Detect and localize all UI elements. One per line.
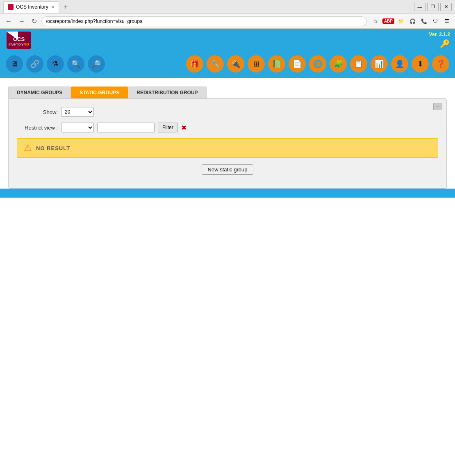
book-icon[interactable]: 📗 xyxy=(268,55,285,73)
tab-static-groups[interactable]: STATIC GROUPS xyxy=(71,87,128,98)
minimize-button[interactable]: — xyxy=(414,3,425,11)
logo-inventory: inventoryNG xyxy=(9,42,29,46)
content-area: DYNAMIC GROUPS STATIC GROUPS REDISTRIBUT… xyxy=(0,78,455,189)
new-static-group-button[interactable]: New static group xyxy=(202,164,254,175)
page-icon[interactable]: 📋 xyxy=(350,55,367,73)
gift-icon[interactable]: 🎁 xyxy=(186,55,203,73)
browser-tab[interactable]: OCS Inventory ✕ xyxy=(3,1,59,13)
panel-collapse-button[interactable]: − xyxy=(433,103,442,110)
magnify-icon[interactable]: 🔎 xyxy=(88,55,105,73)
logo-ng: NG xyxy=(24,42,30,46)
panel: − Show: 20 10 50 100 Restrict view : Fil… xyxy=(8,98,447,189)
browser-titlebar: OCS Inventory ✕ + — ❐ ✕ xyxy=(0,0,455,14)
close-button[interactable]: ✕ xyxy=(440,3,452,11)
tab-favicon xyxy=(8,4,14,10)
restrict-label: Restrict view : xyxy=(17,125,58,131)
tab-close-btn[interactable]: ✕ xyxy=(51,5,55,10)
new-group-row: New static group xyxy=(17,164,438,175)
tab-title: OCS Inventory xyxy=(16,4,48,10)
globe-icon[interactable]: 🌐 xyxy=(309,55,326,73)
restrict-view-row: Restrict view : Filter ✖ xyxy=(17,123,438,132)
back-button[interactable]: ← xyxy=(3,17,14,26)
tab-dynamic-groups[interactable]: DYNAMIC GROUPS xyxy=(8,87,71,98)
address-bar[interactable] xyxy=(41,16,367,26)
app-toolbar: 🖥 🔗 ⚗ 🔍 🔎 🎁 🔧 🔌 ⊞ 📗 📄 🌐 🧩 📋 📊 👤 ⬇ ❓ xyxy=(0,51,455,78)
menu-button[interactable]: ☰ xyxy=(442,16,452,26)
security-icon[interactable]: 🛡 xyxy=(430,16,440,26)
ethernet-icon[interactable]: 🔌 xyxy=(227,55,244,73)
forward-button[interactable]: → xyxy=(16,17,27,26)
maximize-button[interactable]: ❐ xyxy=(427,3,439,11)
window-controls: — ❐ ✕ xyxy=(414,3,452,11)
tab-row: DYNAMIC GROUPS STATIC GROUPS REDISTRIBUT… xyxy=(8,87,447,98)
show-row: Show: 20 10 50 100 xyxy=(17,107,438,117)
filter-icon[interactable]: ⚗ xyxy=(47,55,64,73)
abp-badge: ABP xyxy=(382,18,394,24)
chart-icon[interactable]: 📊 xyxy=(371,55,388,73)
bookmark-icon[interactable]: ☆ xyxy=(371,16,381,26)
headphones-icon[interactable]: 🎧 xyxy=(407,16,417,26)
address-bar-icons: ☆ ABP 📁 🎧 📞 🛡 ☰ xyxy=(371,16,452,26)
footer-bar xyxy=(0,189,455,198)
new-tab-button[interactable]: + xyxy=(61,2,70,11)
header-right: Ver. 2.1.2 🔑 xyxy=(429,32,450,49)
key-icon: 🔑 xyxy=(440,39,450,49)
search-icon[interactable]: 🔍 xyxy=(67,55,84,73)
phone-icon[interactable]: 📞 xyxy=(419,16,429,26)
network-devices-icon[interactable]: 🔗 xyxy=(26,55,43,73)
grid-icon[interactable]: ⊞ xyxy=(248,55,265,73)
bottom-area xyxy=(0,198,455,444)
report-icon[interactable]: 📄 xyxy=(289,55,306,73)
show-label: Show: xyxy=(17,109,58,115)
browser-addressbar: ← → ↻ ☆ ABP 📁 🎧 📞 🛡 ☰ xyxy=(0,14,455,29)
help-icon[interactable]: ❓ xyxy=(432,55,449,73)
clear-filter-icon[interactable]: ✖ xyxy=(181,124,187,132)
user-icon[interactable]: 👤 xyxy=(391,55,408,73)
computers-icon[interactable]: 🖥 xyxy=(6,55,23,73)
app-header: OCS inventoryNG Ver. 2.1.2 🔑 xyxy=(0,29,455,51)
filter-button[interactable]: Filter xyxy=(158,123,178,132)
tools-icon[interactable]: 🔧 xyxy=(207,55,224,73)
show-select[interactable]: 20 10 50 100 xyxy=(61,107,94,117)
restrict-select[interactable] xyxy=(61,123,94,132)
download-icon[interactable]: ⬇ xyxy=(412,55,429,73)
version-text: Ver. 2.1.2 xyxy=(429,32,450,37)
reload-button[interactable]: ↻ xyxy=(30,16,39,26)
no-result-row: ⚠ NO RESULT xyxy=(17,138,438,158)
warning-icon: ⚠ xyxy=(24,143,32,153)
extensions-icon[interactable]: 📁 xyxy=(396,16,406,26)
puzzle-icon[interactable]: 🧩 xyxy=(330,55,347,73)
no-result-text: NO RESULT xyxy=(36,145,70,151)
logo-area: OCS inventoryNG xyxy=(5,30,33,50)
restrict-input[interactable] xyxy=(97,123,155,132)
tab-redistribution-group[interactable]: REDISTRIBUTION GROUP xyxy=(128,87,206,98)
